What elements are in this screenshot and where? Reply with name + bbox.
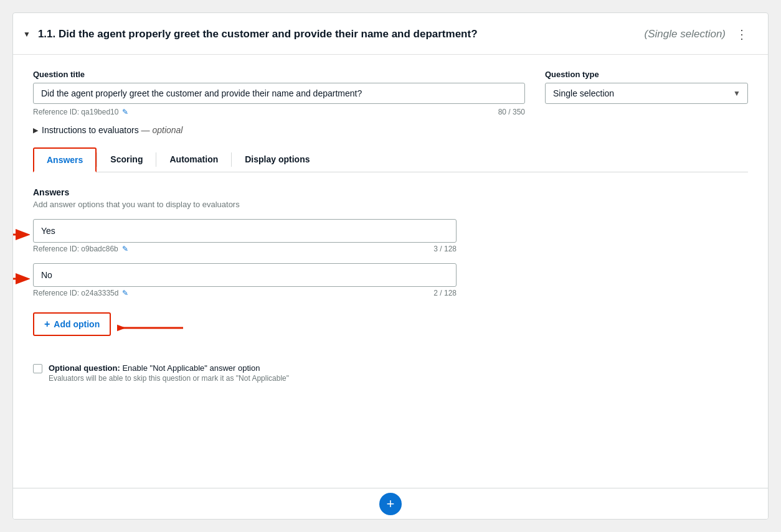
arrow-indicator-2 — [12, 269, 30, 288]
tab-automation[interactable]: Automation — [156, 147, 231, 172]
question-header-title: 1.1. Did the agent properly greet the cu… — [38, 28, 635, 40]
header-menu-icon[interactable]: ⋮ — [731, 24, 753, 44]
add-option-arrow — [117, 317, 186, 338]
add-option-wrapper: + Add option — [33, 307, 111, 348]
tab-answers[interactable]: Answers — [33, 147, 97, 172]
add-section-button[interactable]: + — [379, 493, 402, 515]
ref-id-edit-icon[interactable]: ✎ — [122, 108, 128, 116]
instructions-arrow: ▶ — [33, 126, 38, 134]
optional-question-desc: Enable "Not Applicable" answer option — [122, 363, 260, 373]
add-option-label: Add option — [54, 319, 100, 329]
optional-question-row: Optional question: Enable "Not Applicabl… — [33, 363, 748, 383]
answer-item-1: Reference ID: o9badc86b ✎ 3 / 128 — [33, 219, 748, 253]
answer-ref-id-2: Reference ID: o24a3335d ✎ — [33, 289, 128, 297]
instructions-row[interactable]: ▶ Instructions to evaluators — optional — [33, 125, 748, 135]
question-type-select[interactable]: Single selection — [545, 83, 748, 104]
question-body: Question title Reference ID: qa19bed10 ✎… — [13, 55, 768, 403]
answer-meta-2: Reference ID: o24a3335d ✎ 2 / 128 — [33, 289, 457, 297]
question-ref-id: Reference ID: qa19bed10 ✎ — [33, 108, 128, 116]
main-card: ▼ 1.1. Did the agent properly greet the … — [12, 12, 769, 520]
answer-item-2: Reference ID: o24a3335d ✎ 2 / 128 — [33, 263, 748, 297]
answer-ref-id-1: Reference ID: o9badc86b ✎ — [33, 245, 128, 253]
question-type-select-wrapper: Single selection ▼ — [545, 83, 748, 104]
question-title-label: Question title — [33, 70, 525, 79]
answers-section: Answers Add answer options that you want… — [33, 187, 748, 383]
optional-question-checkbox[interactable] — [33, 364, 42, 373]
question-title-meta: Reference ID: qa19bed10 ✎ 80 / 350 — [33, 108, 525, 116]
answer-input-2[interactable] — [33, 263, 457, 287]
add-plus-icon: + — [44, 319, 50, 330]
instructions-text: Instructions to evaluators — optional — [42, 125, 182, 135]
answer-ref-edit-icon-1[interactable]: ✎ — [122, 245, 128, 253]
optional-question-label: Optional question: Enable "Not Applicabl… — [49, 363, 289, 373]
question-type-label: Question type — [545, 70, 748, 79]
arrow-indicator-1 — [12, 225, 30, 244]
answer-input-1[interactable] — [33, 219, 457, 243]
answer-char-count-1: 3 / 128 — [433, 245, 457, 253]
bottom-bar: + — [13, 488, 768, 519]
form-top-row: Question title Reference ID: qa19bed10 ✎… — [33, 70, 748, 116]
answer-meta-1: Reference ID: o9badc86b ✎ 3 / 128 — [33, 245, 457, 253]
optional-question-text-group: Optional question: Enable "Not Applicabl… — [49, 363, 289, 383]
collapse-arrow[interactable]: ▼ — [23, 30, 31, 39]
add-option-button[interactable]: + Add option — [33, 312, 111, 336]
answers-section-title: Answers — [33, 187, 748, 197]
answer-char-count-2: 2 / 128 — [433, 289, 457, 297]
tabs-row: Answers Scoring Automation Display optio… — [33, 147, 748, 172]
answer-ref-edit-icon-2[interactable]: ✎ — [122, 289, 128, 297]
question-type-group: Question type Single selection ▼ — [545, 70, 748, 116]
answers-section-subtitle: Add answer options that you want to disp… — [33, 200, 748, 209]
instructions-optional: — optional — [141, 125, 183, 135]
tab-display-options[interactable]: Display options — [232, 147, 323, 172]
question-header: ▼ 1.1. Did the agent properly greet the … — [13, 13, 768, 55]
question-title-group: Question title Reference ID: qa19bed10 ✎… — [33, 70, 525, 116]
optional-question-sub: Evaluators will be able to skip this que… — [49, 374, 289, 383]
question-type-badge: (Single selection) — [645, 28, 726, 40]
question-title-input[interactable] — [33, 83, 525, 104]
tab-scoring[interactable]: Scoring — [97, 147, 156, 172]
question-char-count: 80 / 350 — [498, 108, 525, 116]
